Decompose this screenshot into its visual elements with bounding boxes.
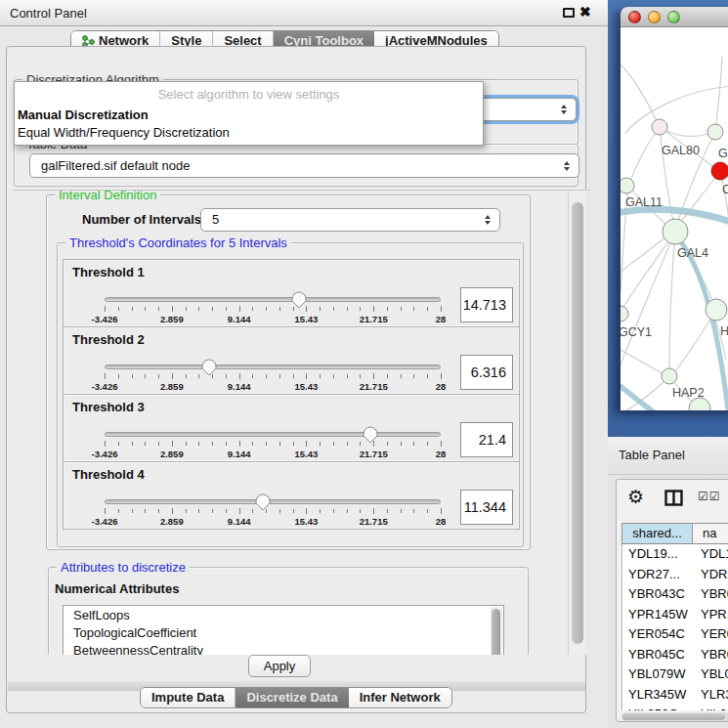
minimize-traffic-icon[interactable] [648,11,661,23]
threshold-slider[interactable]: -3.4262.8599.14415.4321.71528 [105,495,441,529]
threshold-label: Threshold 2 [72,332,145,347]
tick-mark [118,509,119,513]
tick-mark [145,442,146,446]
bottom-tab-bar: Impute Data Discretize Data Infer Networ… [140,687,452,708]
network-canvas[interactable]: GAL80 GA C GAL11 GAL4 GCY1 H HAP2 [621,27,728,410]
group-title: Attributes to discretize [57,560,190,575]
node-gal4[interactable] [663,219,688,244]
slider-track[interactable] [105,364,441,369]
network-view-window[interactable]: GAL80 GA C GAL11 GAL4 GCY1 H HAP2 [621,7,728,410]
list-scrollbar[interactable] [491,607,502,655]
gear-icon[interactable]: ⚙ [627,486,644,508]
apply-button[interactable]: Apply [248,655,311,677]
zoom-traffic-icon[interactable] [667,11,680,23]
popup-placeholder: Select algorithm to view settings [15,87,483,102]
table-row[interactable]: YBL079WYBL0 [622,664,728,685]
table-row[interactable]: YBR045CYBR0 [622,645,728,665]
numerical-attributes-list[interactable]: SelfLoopsTopologicalCoefficientBetweenne… [63,605,504,655]
vertical-scrollbar[interactable] [568,191,586,655]
tab-impute-data[interactable]: Impute Data [141,688,236,707]
slider-thumb[interactable] [362,424,379,449]
tick-label: 2.859 [160,449,184,459]
tick-mark [172,441,173,447]
threshold-panel-1: Threshold 1 -3.4262.8599.14415.4321.7152… [63,259,520,327]
tick-label: -3.426 [92,381,118,392]
threshold-value-field[interactable]: 11.344 [460,490,513,525]
table-cell: YBR0 [694,645,728,665]
settings-scrollpane: Interval Definition Number of Intervals … [13,190,590,654]
horizontal-scrollbar[interactable] [621,712,728,721]
popup-item-equal-width[interactable]: Equal Width/Frequency Discretization [18,125,230,140]
columns-icon[interactable] [664,490,683,506]
node-gcy1[interactable] [621,306,628,321]
table-row[interactable]: YPR145WYPR1 [622,605,728,625]
tick-mark [306,441,307,447]
node-gal11[interactable] [621,178,634,193]
threshold-slider[interactable]: -3.4262.8599.14415.4321.71528 [105,293,441,326]
node-hap2[interactable] [662,368,677,384]
table-row[interactable]: YDL19...YDL1 [622,544,728,565]
slider-track[interactable] [105,297,441,302]
slider-thumb[interactable] [254,492,272,516]
scrollbar-thumb[interactable] [622,713,725,720]
scrollbar-thumb[interactable] [572,202,583,644]
close-icon[interactable]: ✖ [579,4,591,20]
slider-track[interactable] [105,499,441,504]
node-label: C [722,183,728,196]
tick-mark [158,307,159,311]
threshold-value-field[interactable]: 21.4 [460,422,513,457]
node-ga[interactable] [707,124,723,140]
list-item[interactable]: TopologicalCoefficient [64,623,503,641]
threshold-slider[interactable]: -3.4262.8599.14415.4321.71528 [105,428,441,461]
table-data-combobox[interactable]: galFiltered.sif default node [29,153,579,178]
node-red[interactable] [711,162,728,180]
tick-mark [158,374,159,378]
threshold-value-field[interactable]: 6.316 [460,355,513,390]
table-row[interactable]: YDR27...YDR2 [622,565,728,585]
tab-infer-network[interactable]: Infer Network [349,688,451,707]
slider-track[interactable] [105,432,441,437]
table-row[interactable]: YLR345WYLR3 [622,685,728,706]
tick-mark [333,509,334,513]
threshold-coordinates-group: Threshold's Coordinates for 5 Intervals … [57,242,524,547]
table-cell: YBR043C [622,584,694,605]
checkbox-icons[interactable]: ☑☑ [698,490,721,503]
tick-mark [347,442,348,446]
threshold-panel-4: Threshold 4 -3.4262.8599.14415.4321.7152… [63,461,520,530]
table-row[interactable]: YER054CYER0 [622,624,728,645]
tick-mark [306,508,307,514]
table-row[interactable]: YBR043CYBR0 [622,584,728,605]
tick-mark [198,307,199,311]
popup-item-manual-discretization[interactable]: Manual Discretization [18,107,149,122]
tick-mark [105,306,106,312]
tick-mark [212,307,213,311]
node-label: H [720,324,728,338]
tab-discretize-data[interactable]: Discretize Data [236,688,348,707]
number-of-intervals-combobox[interactable]: 5 [200,208,500,232]
list-item[interactable]: SelfLoops [64,606,503,623]
threshold-slider[interactable]: -3.4262.8599.14415.4321.71528 [105,361,441,394]
table-row[interactable]: YIL052CYIL0 [622,705,728,710]
tick-mark [226,509,227,513]
table-cell: YER054C [622,624,694,645]
tick-mark [401,307,402,311]
column-header-shared-name[interactable]: shared... [622,524,693,543]
tick-mark [279,374,280,378]
table-data-group: Table Data galFiltered.sif default node [14,144,578,187]
node-h[interactable] [706,299,727,321]
column-header-name[interactable]: na [693,524,728,543]
number-of-intervals-label: Number of Intervals [82,212,201,227]
slider-thumb[interactable] [290,289,308,314]
tick-label: 15.43 [295,314,319,324]
threshold-value-field[interactable]: 14.713 [460,287,513,322]
list-item[interactable]: BetweennessCentrality [64,641,503,655]
tick-mark [360,374,361,378]
node-gal80[interactable] [652,119,667,135]
slider-thumb[interactable] [200,357,218,381]
tick-label: 2.859 [160,516,184,527]
float-window-icon[interactable] [563,8,575,18]
tick-label: 9.144 [228,314,251,324]
network-window-titlebar[interactable] [621,7,728,27]
tick-label: 28 [436,314,447,324]
close-traffic-icon[interactable] [628,11,641,23]
